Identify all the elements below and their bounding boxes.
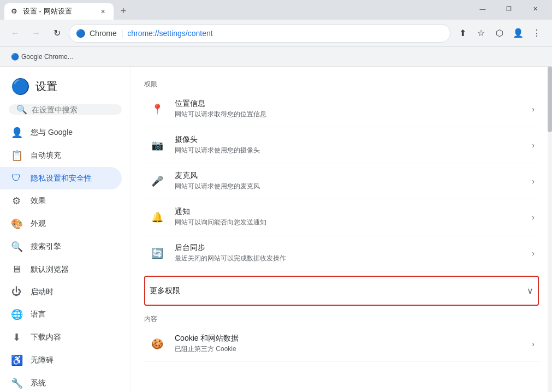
active-tab[interactable]: ⚙ 设置 - 网站设置 ✕	[4, 3, 114, 20]
sidebar-item-appearance[interactable]: 🎨 外观	[0, 212, 122, 235]
cookies-title: Cookie 和网站数据	[175, 334, 523, 343]
microphone-icon: 🎤	[149, 173, 166, 190]
sidebar-label-search: 搜索引擎	[31, 242, 61, 252]
url-path: chrome://settings/content	[127, 29, 212, 38]
sidebar-label-language: 语言	[31, 310, 46, 319]
settings-title: 设置	[35, 79, 57, 94]
minimize-button[interactable]: —	[470, 1, 495, 16]
share-button[interactable]: ⬆	[454, 25, 471, 42]
settings-item-notifications[interactable]: 🔔 通知 网站可以询问能否向您发送通知 ›	[144, 199, 539, 235]
accessibility-icon: ♿	[11, 354, 22, 366]
sidebar-label-browser: 默认浏览器	[31, 265, 69, 275]
main-panel: 权限 📍 位置信息 网站可以请求取得您的位置信息 › 📷	[131, 67, 552, 392]
forward-button[interactable]: →	[27, 25, 45, 42]
sidebar: 🔵 设置 🔍 👤 您与 Google 📋 自动填充 🛡 隐私设置和安全性	[0, 67, 131, 392]
sidebar-label-appearance: 外观	[31, 219, 46, 229]
bookmark-label: Google Chrome...	[21, 53, 73, 61]
background-sync-desc: 最近关闭的网站可以完成数据收发操作	[175, 254, 523, 263]
location-title: 位置信息	[175, 99, 523, 109]
startup-icon: ⏻	[11, 286, 22, 298]
extension-button[interactable]: ⬡	[491, 25, 508, 42]
bookmark-button[interactable]: ☆	[472, 25, 490, 42]
cookies-chevron: ›	[532, 340, 535, 348]
sidebar-label-google: 您与 Google	[31, 128, 73, 138]
sidebar-search-box[interactable]: 🔍	[9, 104, 122, 115]
content-label: 内容	[144, 310, 539, 326]
sidebar-nav: 👤 您与 Google 📋 自动填充 🛡 隐私设置和安全性 ⚙ 效果 🎨	[0, 121, 130, 392]
sidebar-label-effects: 效果	[31, 196, 46, 206]
effects-icon: ⚙	[11, 195, 22, 207]
search-input[interactable]	[32, 105, 127, 114]
search-engine-icon: 🔍	[11, 241, 22, 253]
background-sync-icon: 🔄	[149, 245, 166, 262]
settings-item-cookies[interactable]: 🍪 Cookie 和网站数据 已阻止第三方 Cookie ›	[144, 326, 539, 362]
background-sync-chevron: ›	[532, 249, 535, 258]
location-desc: 网站可以请求取得您的位置信息	[175, 110, 523, 119]
sidebar-item-language[interactable]: 🌐 语言	[0, 303, 122, 326]
sidebar-item-browser[interactable]: 🖥 默认浏览器	[0, 258, 122, 281]
system-icon: 🔧	[11, 377, 22, 389]
autofill-icon: 📋	[11, 150, 22, 162]
sidebar-label-system: 系统	[31, 378, 46, 388]
sidebar-item-autofill[interactable]: 📋 自动填充	[0, 144, 122, 167]
bookmark-item-chrome[interactable]: 🔵 Google Chrome...	[7, 51, 78, 63]
location-chevron: ›	[532, 105, 535, 114]
camera-desc: 网站可以请求使用您的摄像头	[175, 146, 523, 155]
appearance-icon: 🎨	[11, 218, 22, 230]
permissions-label: 权限	[144, 75, 539, 91]
scroll-thumb[interactable]	[548, 67, 552, 132]
browser-icon: 🖥	[11, 264, 22, 275]
sidebar-item-downloads[interactable]: ⬇ 下载内容	[0, 326, 122, 349]
sidebar-item-system[interactable]: 🔧 系统	[0, 372, 122, 392]
notifications-desc: 网站可以询问能否向您发送通知	[175, 218, 523, 227]
chrome-logo: 🔵	[11, 78, 30, 96]
more-permissions-item[interactable]: 更多权限 ∨	[144, 276, 539, 306]
menu-button[interactable]: ⋮	[528, 25, 545, 42]
more-permissions-chevron-icon: ∨	[527, 286, 533, 296]
notifications-chevron: ›	[532, 213, 535, 222]
settings-item-background-sync[interactable]: 🔄 后台同步 最近关闭的网站可以完成数据收发操作 ›	[144, 235, 539, 271]
sidebar-label-startup: 启动时	[31, 287, 54, 297]
close-button[interactable]: ✕	[523, 1, 548, 16]
notifications-icon: 🔔	[149, 209, 166, 226]
camera-chevron: ›	[532, 141, 535, 150]
sidebar-item-search[interactable]: 🔍 搜索引擎	[0, 235, 122, 258]
back-button[interactable]: ←	[7, 25, 24, 42]
settings-item-text-background-sync: 后台同步 最近关闭的网站可以完成数据收发操作	[175, 243, 523, 263]
tab-favicon: ⚙	[11, 7, 20, 16]
url-text: Chrome | chrome://settings/content	[90, 29, 443, 38]
microphone-title: 麦克风	[175, 171, 523, 181]
url-bar[interactable]: 🔵 Chrome | chrome://settings/content	[69, 24, 450, 43]
sidebar-item-google[interactable]: 👤 您与 Google	[0, 121, 122, 144]
notifications-title: 通知	[175, 207, 523, 217]
more-permissions-title: 更多权限	[150, 286, 518, 296]
url-security-icon: 🔵	[76, 29, 85, 38]
camera-icon: 📷	[149, 136, 166, 154]
sidebar-item-effects[interactable]: ⚙ 效果	[0, 189, 122, 212]
url-brand: Chrome	[90, 29, 117, 38]
url-separator: |	[121, 29, 126, 38]
reload-button[interactable]: ↻	[48, 25, 66, 42]
settings-item-camera[interactable]: 📷 摄像头 网站可以请求使用您的摄像头 ›	[144, 127, 539, 163]
restore-button[interactable]: ❐	[496, 1, 521, 16]
sidebar-item-startup[interactable]: ⏻ 启动时	[0, 281, 122, 303]
main-scroll[interactable]: 权限 📍 位置信息 网站可以请求取得您的位置信息 › 📷	[131, 67, 552, 392]
privacy-icon: 🛡	[11, 173, 22, 184]
sidebar-label-privacy: 隐私设置和安全性	[31, 174, 92, 183]
sidebar-item-privacy[interactable]: 🛡 隐私设置和安全性	[0, 167, 122, 189]
sidebar-header: 🔵 设置	[0, 71, 130, 100]
settings-item-microphone[interactable]: 🎤 麦克风 网站可以请求使用您的麦克风 ›	[144, 163, 539, 199]
camera-title: 摄像头	[175, 135, 523, 145]
microphone-chevron: ›	[532, 177, 535, 186]
profile-button[interactable]: 👤	[509, 25, 527, 42]
sidebar-label-autofill: 自动填充	[31, 151, 61, 161]
downloads-icon: ⬇	[11, 331, 22, 343]
new-tab-button[interactable]: +	[116, 3, 131, 19]
settings-item-location[interactable]: 📍 位置信息 网站可以请求取得您的位置信息 ›	[144, 91, 539, 127]
microphone-desc: 网站可以请求使用您的麦克风	[175, 182, 523, 191]
settings-item-text-notifications: 通知 网站可以询问能否向您发送通知	[175, 207, 523, 227]
sidebar-item-accessibility[interactable]: ♿ 无障碍	[0, 349, 122, 372]
language-icon: 🌐	[11, 308, 22, 320]
tab-label: 设置 - 网站设置	[23, 7, 95, 16]
tab-close-button[interactable]: ✕	[98, 7, 107, 16]
